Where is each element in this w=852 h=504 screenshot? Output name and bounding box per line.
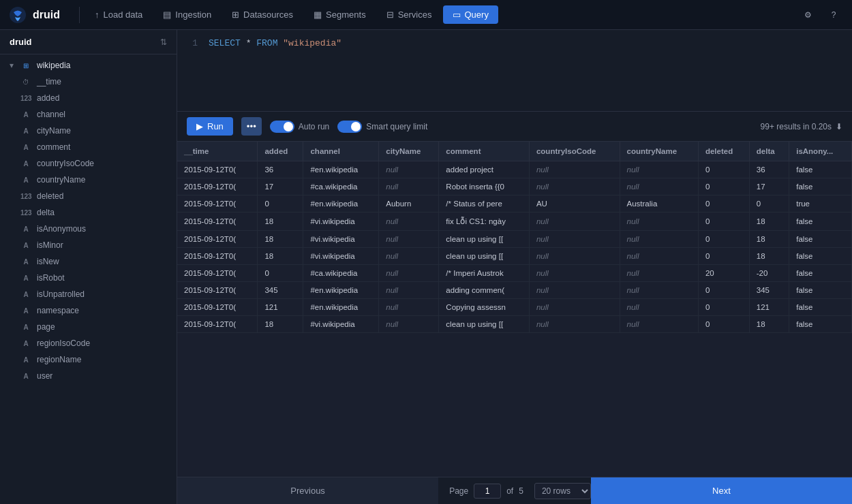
sidebar-field-delta[interactable]: 123 delta (0, 204, 177, 221)
sidebar-field-time[interactable]: ⏱ __time (0, 74, 177, 90)
of-label: of (506, 486, 513, 496)
sort-icon[interactable]: ⇅ (160, 37, 167, 47)
sidebar-field-countryname[interactable]: A countryName (0, 172, 177, 188)
col-header-comment[interactable]: comment (439, 142, 530, 161)
sidebar-field-comment[interactable]: A comment (0, 139, 177, 155)
table-cell: null (379, 299, 439, 316)
auto-run-toggle[interactable]: Auto run (270, 121, 329, 133)
table-cell: false (789, 316, 852, 333)
query-line: 1 SELECT * FROM "wikipedia" (187, 37, 842, 51)
sidebar-field-regionname[interactable]: A regionName (0, 351, 177, 368)
sidebar-field-user[interactable]: A user (0, 368, 177, 384)
table-cell: null (620, 231, 698, 248)
nav-item-load-data[interactable]: ↑ Load data (85, 5, 152, 24)
query-editor[interactable]: 1 SELECT * FROM "wikipedia" (177, 30, 852, 112)
logo: druid (8, 5, 60, 25)
numeric-type-icon: 123 (20, 193, 31, 200)
nav-item-segments[interactable]: ▦ Segments (304, 5, 376, 24)
sidebar-field-added[interactable]: 123 added (0, 90, 177, 106)
nav-item-datasources[interactable]: ⊞ Datasources (222, 5, 303, 24)
col-header-delta[interactable]: delta (749, 142, 789, 161)
sidebar-field-isnew[interactable]: A isNew (0, 253, 177, 270)
table-cell: null (620, 282, 698, 299)
sidebar-items: ▾ ⊞ wikipedia ⏱ __time 123 added A chann… (0, 54, 177, 504)
table-cell: null (379, 178, 439, 195)
table-cell: 2015-09-12T0( (177, 231, 258, 248)
table-cell: 0 (698, 316, 749, 333)
main-panel: 1 SELECT * FROM "wikipedia" ▶ Run ••• Au (177, 30, 852, 504)
col-header-deleted[interactable]: deleted (698, 142, 749, 161)
table-cell: #en.wikipedia (303, 282, 379, 299)
sidebar-field-namespace[interactable]: A namespace (0, 302, 177, 319)
run-button[interactable]: ▶ Run (187, 117, 233, 136)
clock-type-icon: ⏱ (20, 78, 31, 86)
table-cell: null (529, 212, 620, 231)
table-body: 2015-09-12T0(36#en.wikipedianulladded pr… (177, 161, 852, 333)
nav-item-query[interactable]: ▭ Query (443, 5, 498, 24)
table-cell: 2015-09-12T0( (177, 212, 258, 231)
download-icon[interactable]: ⬇ (836, 122, 842, 131)
field-name: added (37, 93, 59, 103)
table-cell: false (789, 161, 852, 178)
col-header-countryisocode[interactable]: countryIsoCode (529, 142, 620, 161)
layout: druid ⇅ ▾ ⊞ wikipedia ⏱ __time 123 added (0, 30, 852, 504)
table-row: 2015-09-12T0(121#en.wikipedianullCopying… (177, 299, 852, 316)
table-cell: null (529, 231, 620, 248)
table-row: 2015-09-12T0(345#en.wikipedianulladding … (177, 282, 852, 299)
col-header-added[interactable]: added (258, 142, 303, 161)
settings-button[interactable]: ⚙ (797, 5, 818, 25)
page-input[interactable] (474, 484, 501, 499)
sidebar-field-cityname[interactable]: A cityName (0, 123, 177, 139)
rows-per-page-select[interactable]: 20 rows 50 rows 100 rows (534, 483, 591, 499)
table-cell: 2015-09-12T0( (177, 248, 258, 265)
field-name: channel (37, 110, 65, 119)
table-cell: null (620, 161, 698, 178)
table-cell: null (379, 161, 439, 178)
sidebar-field-countryisocode[interactable]: A countryIsoCode (0, 155, 177, 172)
nav-item-services[interactable]: ⊟ Services (377, 5, 442, 24)
page-label: Page (449, 486, 468, 496)
more-options-button[interactable]: ••• (241, 117, 262, 136)
sidebar-field-regionisocode[interactable]: A regionIsoCode (0, 335, 177, 351)
table-cell: #vi.wikipedia (303, 316, 379, 333)
table-cell: added project (439, 161, 530, 178)
field-name: delta (37, 208, 55, 217)
table-cell: null (529, 248, 620, 265)
string-type-icon: A (20, 274, 31, 282)
previous-button[interactable]: Previous (177, 477, 438, 505)
smart-query-switch[interactable] (337, 121, 362, 133)
table-cell: null (379, 265, 439, 282)
col-header-cityname[interactable]: cityName (379, 142, 439, 161)
nav-item-ingestion[interactable]: ▤ Ingestion (153, 5, 221, 24)
sidebar-field-isanonymous[interactable]: A isAnonymous (0, 221, 177, 237)
sidebar-field-isrobot[interactable]: A isRobot (0, 270, 177, 286)
auto-run-switch[interactable] (270, 121, 294, 133)
col-header-countryname[interactable]: countryName (620, 142, 698, 161)
sidebar-field-isminor[interactable]: A isMinor (0, 237, 177, 253)
string-type-icon: A (20, 373, 31, 380)
table-cell: null (379, 282, 439, 299)
sidebar-field-deleted[interactable]: 123 deleted (0, 188, 177, 204)
table-cell: null (379, 231, 439, 248)
col-header-isanonymous[interactable]: isAnony... (789, 142, 852, 161)
sidebar-datasource[interactable]: ▾ ⊞ wikipedia (0, 57, 177, 74)
pagination: Previous Page of 5 20 rows 50 rows 100 r… (177, 477, 852, 504)
table-cell: false (789, 178, 852, 195)
sidebar-field-isunpatrolled[interactable]: A isUnpatrolled (0, 286, 177, 302)
col-header-channel[interactable]: channel (303, 142, 379, 161)
help-button[interactable]: ? (823, 5, 844, 25)
sidebar-field-page[interactable]: A page (0, 319, 177, 335)
next-button[interactable]: Next (591, 477, 852, 505)
topnav: druid ↑ Load data ▤ Ingestion ⊞ Datasour… (0, 0, 852, 30)
col-header-time[interactable]: __time (177, 142, 258, 161)
smart-query-toggle[interactable]: Smart query limit (337, 121, 427, 133)
table-cell: null (620, 178, 698, 195)
string-type-icon: A (20, 144, 31, 151)
table-cell: 2015-09-12T0( (177, 161, 258, 178)
field-name: isUnpatrolled (37, 289, 85, 299)
table-cell: 0 (698, 178, 749, 195)
sidebar-field-channel[interactable]: A channel (0, 106, 177, 123)
line-number: 1 (187, 37, 198, 51)
string-type-icon: A (20, 127, 31, 135)
string-type-icon: A (20, 324, 31, 331)
